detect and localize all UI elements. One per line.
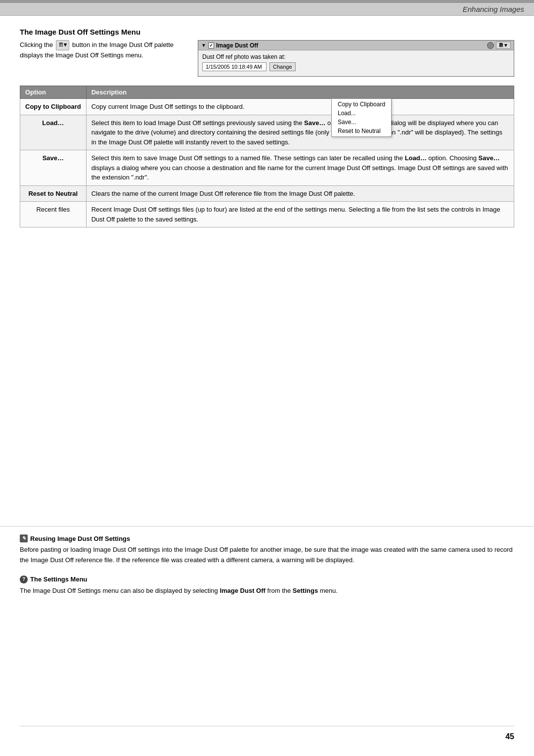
table-row: Recent files Recent Image Dust Off setti… <box>20 202 514 227</box>
option-cell: Save… <box>20 150 87 186</box>
dropdown-item-copy[interactable]: Copy to Clipboard <box>332 100 391 109</box>
palette-dropdown-arrow[interactable]: ▼ <box>201 43 206 48</box>
dropdown-item-reset[interactable]: Reset to Neutral <box>332 127 391 135</box>
dust-off-button-icon[interactable]: 🖹▼ <box>56 40 70 50</box>
table-row: Load… Select this item to load Image Dus… <box>20 115 514 150</box>
bottom-rule <box>20 726 514 726</box>
dropdown-menu: Copy to Clipboard Load... Save... Reset … <box>331 98 392 137</box>
table-row: Copy to Clipboard Copy current Image Dus… <box>20 99 514 115</box>
section-title: The Image Dust Off Settings Menu <box>20 28 514 36</box>
desc-recent: Recent Image Dust Off settings files (up… <box>91 206 500 223</box>
options-table: Option Description Copy to Clipboard Cop… <box>20 86 514 227</box>
table-row: Reset to Neutral Clears the name of the … <box>20 185 514 202</box>
page-number: 45 <box>505 732 514 741</box>
palette-change-button[interactable]: Change <box>269 62 296 71</box>
description-cell: Select this item to load Image Dust Off … <box>86 115 514 150</box>
col-header-option: Option <box>20 86 87 99</box>
description-cell: Copy current Image Dust Off settings to … <box>86 99 514 115</box>
option-recent: Recent files <box>36 206 70 213</box>
option-reset: Reset to Neutral <box>28 190 78 197</box>
bottom-section: ✎ Reusing Image Dust Off Settings Before… <box>0 526 534 596</box>
option-cell: Copy to Clipboard <box>20 99 87 115</box>
desc-reset: Clears the name of the current Image Dus… <box>91 190 356 197</box>
option-save: Save… <box>43 154 64 162</box>
note-settings-menu-title: ? The Settings Menu <box>20 576 514 583</box>
note-reusing-title: ✎ Reusing Image Dust Off Settings <box>20 534 514 542</box>
desc-load: Select this item to load Image Dust Off … <box>91 119 502 146</box>
intro-text-before: Clicking the <box>20 41 53 48</box>
note-settings-menu-text: The Image Dust Off Settings menu can als… <box>20 586 514 596</box>
palette-titlebar-left: ▼ ✓ Image Dust Off <box>201 42 258 49</box>
note-settings-menu-label: The Settings Menu <box>30 576 88 583</box>
pencil-icon: ✎ <box>20 534 28 542</box>
palette-titlebar-right: 🖹▼ <box>487 42 511 49</box>
palette-title: Image Dust Off <box>216 42 258 49</box>
description-cell: Select this item to save Image Dust Off … <box>86 150 514 186</box>
page-header: Enhancing Images <box>0 3 534 16</box>
table-row: Save… Select this item to save Image Dus… <box>20 150 514 186</box>
palette-settings-btn[interactable]: 🖹▼ <box>496 42 511 49</box>
palette-value: 1/15/2005 10:18:49 AM <box>202 62 267 71</box>
option-cell: Recent files <box>20 202 87 227</box>
palette-close-btn[interactable] <box>487 42 494 49</box>
main-content: The Image Dust Off Settings Menu Clickin… <box>0 16 534 239</box>
header-title: Enhancing Images <box>463 5 524 13</box>
desc-copy: Copy current Image Dust Off settings to … <box>91 103 245 110</box>
desc-save: Select this item to save Image Dust Off … <box>91 154 508 181</box>
question-icon: ? <box>20 576 28 583</box>
dropdown-item-load[interactable]: Load... <box>332 109 391 118</box>
note-settings-menu: ? The Settings Menu The Image Dust Off S… <box>20 576 514 596</box>
option-cell: Reset to Neutral <box>20 185 87 202</box>
description-cell: Clears the name of the current Image Dus… <box>86 185 514 202</box>
option-copy-to-clipboard: Copy to Clipboard <box>25 103 81 110</box>
palette-checkbox[interactable]: ✓ <box>208 43 214 48</box>
intro-area: Clicking the 🖹▼ button in the Image Dust… <box>20 40 514 77</box>
intro-text: Clicking the 🖹▼ button in the Image Dust… <box>20 40 188 60</box>
note-reusing-text: Before pasting or loading Image Dust Off… <box>20 545 514 566</box>
note-reusing: ✎ Reusing Image Dust Off Settings Before… <box>20 534 514 566</box>
option-load: Load… <box>42 119 64 127</box>
dropdown-container: Copy to Clipboard Load... Save... Reset … <box>331 40 392 79</box>
dropdown-item-save[interactable]: Save... <box>332 118 391 127</box>
palette-area: ▼ ✓ Image Dust Off 🖹▼ Dust Off ref photo… <box>198 40 514 77</box>
description-cell: Recent Image Dust Off settings files (up… <box>86 202 514 227</box>
option-cell: Load… <box>20 115 87 150</box>
col-header-description: Description <box>86 86 514 99</box>
note-reusing-label: Reusing Image Dust Off Settings <box>30 535 130 542</box>
spacer <box>0 239 534 496</box>
